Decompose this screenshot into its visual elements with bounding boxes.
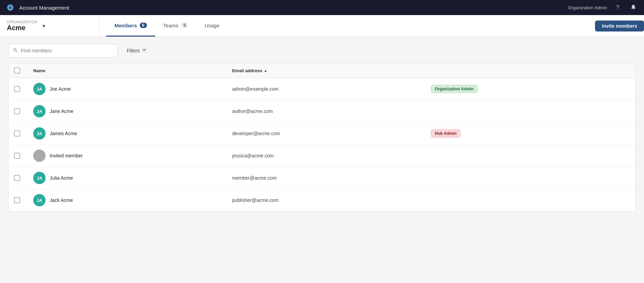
- tab-members-label: Members: [114, 23, 137, 28]
- table-row: JA Jack Acme publisher@acme.com: [9, 189, 635, 211]
- tab-members-badge: 6: [140, 23, 147, 28]
- table-row: JA James Acme developer@acme.com Hub Adm…: [9, 123, 635, 145]
- member-email-3: jessica@acme.com: [232, 153, 431, 158]
- row-checkbox-3[interactable]: [14, 153, 20, 159]
- help-icon: ?: [616, 4, 619, 11]
- member-email-5: publisher@acme.com: [232, 197, 431, 203]
- row-checkbox-4[interactable]: [14, 175, 20, 181]
- member-badge-cell-0: Organization Admin: [431, 85, 630, 93]
- member-name-0: Joe Acme: [50, 86, 71, 92]
- member-name-cell-5: JA Jack Acme: [33, 194, 232, 206]
- search-icon: [13, 48, 18, 54]
- tab-members[interactable]: Members 6: [106, 15, 155, 37]
- member-name-2: James Acme: [50, 131, 77, 136]
- search-box: [8, 44, 118, 57]
- tab-teams-badge: 5: [181, 23, 188, 28]
- member-name-cell-4: JA Julia Acme: [33, 172, 232, 184]
- member-name-5: Jack Acme: [50, 197, 73, 203]
- avatar-4: JA: [33, 172, 46, 184]
- member-badge-2: Hub Admin: [431, 129, 460, 138]
- table-row: JA Joe Acme admin@example.com Organizati…: [9, 78, 635, 100]
- filter-icon: [142, 48, 147, 54]
- member-email-4: member@acme.com: [232, 175, 431, 181]
- row-checkbox-0[interactable]: [14, 86, 20, 92]
- bell-icon: [630, 4, 636, 11]
- tab-teams-label: Teams: [163, 23, 178, 28]
- chevron-down-icon: ▼: [41, 23, 46, 29]
- table-header-row: Name Email address ▲: [9, 63, 635, 78]
- member-name-cell-3: Invited member: [33, 150, 232, 162]
- select-all-checkbox-cell[interactable]: [14, 67, 33, 74]
- table-row: JA Jane Acme author@acme.com: [9, 100, 635, 123]
- filters-button[interactable]: Filters: [123, 46, 150, 56]
- member-badge-0: Organization Admin: [431, 85, 478, 93]
- invite-members-button[interactable]: Invite members: [595, 21, 644, 31]
- tabs-container: Members 6 Teams 5 Usage: [99, 15, 595, 37]
- help-button[interactable]: ?: [612, 2, 623, 13]
- member-email-2: developer@acme.com: [232, 131, 431, 136]
- org-selector-text: Organization Acme: [7, 20, 37, 32]
- tab-usage-label: Usage: [205, 23, 219, 28]
- table-row: JA Julia Acme member@acme.com: [9, 167, 635, 189]
- row-checkbox-5[interactable]: [14, 197, 20, 203]
- avatar-0: JA: [33, 83, 46, 95]
- app-logo-icon: [5, 3, 15, 12]
- org-label: Organization: [7, 20, 37, 24]
- sub-header: Organization Acme ▼ Members 6 Teams 5 Us…: [0, 15, 644, 37]
- avatar-5: JA: [33, 194, 46, 206]
- avatar-2: JA: [33, 127, 46, 140]
- member-email-1: author@acme.com: [232, 108, 431, 114]
- avatar-3: [33, 150, 46, 162]
- col-header-email: Email address ▲: [232, 68, 431, 73]
- row-checkbox-1[interactable]: [14, 108, 20, 114]
- org-admin-label: Organization Admin: [568, 5, 607, 10]
- header-left: Account Management: [5, 3, 69, 12]
- member-name-1: Jane Acme: [50, 108, 73, 114]
- member-badge-cell-2: Hub Admin: [431, 129, 630, 138]
- search-filters-row: Filters: [8, 44, 636, 57]
- filters-label: Filters: [127, 48, 140, 53]
- search-input[interactable]: [21, 48, 113, 53]
- col-header-name: Name: [33, 68, 232, 73]
- app-title: Account Management: [19, 5, 69, 11]
- select-all-checkbox[interactable]: [14, 67, 20, 74]
- table-row: Invited member jessica@acme.com: [9, 145, 635, 167]
- avatar-1: JA: [33, 105, 46, 117]
- member-name-cell-0: JA Joe Acme: [33, 83, 232, 95]
- members-table: Name Email address ▲ JA Joe Acme admin@e…: [8, 63, 636, 211]
- tab-teams[interactable]: Teams 5: [155, 15, 197, 37]
- row-checkbox-2[interactable]: [14, 130, 20, 137]
- member-name-cell-2: JA James Acme: [33, 127, 232, 140]
- tab-usage[interactable]: Usage: [196, 15, 227, 37]
- member-name-4: Julia Acme: [50, 175, 73, 181]
- main-content: Filters Name Email address ▲: [0, 37, 644, 283]
- member-email-0: admin@example.com: [232, 86, 431, 92]
- member-name-3: Invited member: [50, 153, 83, 158]
- sort-icon[interactable]: ▲: [264, 68, 268, 73]
- org-selector[interactable]: Organization Acme ▼: [0, 15, 99, 37]
- header-right: Organization Admin ?: [568, 2, 639, 13]
- notifications-button[interactable]: [628, 2, 639, 13]
- top-header: Account Management Organization Admin ?: [0, 0, 644, 15]
- member-name-cell-1: JA Jane Acme: [33, 105, 232, 117]
- org-name: Acme: [7, 24, 37, 32]
